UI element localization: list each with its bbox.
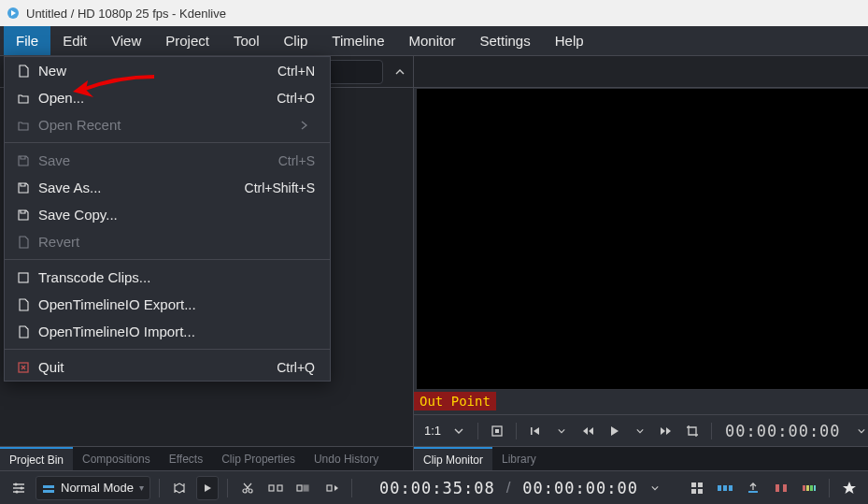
tab-library[interactable]: Library bbox=[492, 447, 546, 470]
menu-item-label: New bbox=[38, 63, 277, 79]
otio-export-icon bbox=[14, 298, 33, 311]
file-menu-revert: Revert bbox=[5, 228, 330, 255]
window-title: Untitled / HD 1080p 25 fps - Kdenlive bbox=[26, 7, 226, 21]
svg-rect-12 bbox=[277, 485, 282, 491]
forward-icon[interactable] bbox=[655, 420, 677, 442]
menu-item-label: Quit bbox=[38, 359, 277, 375]
menu-view[interactable]: View bbox=[99, 26, 153, 55]
insert-zone-icon[interactable] bbox=[264, 476, 287, 500]
svg-rect-21 bbox=[723, 485, 727, 491]
svg-rect-15 bbox=[327, 485, 332, 491]
file-menu-open[interactable]: Open...Ctrl+O bbox=[5, 84, 330, 111]
track-view-icon[interactable] bbox=[714, 476, 736, 500]
menu-item-label: Save bbox=[38, 152, 278, 168]
collapse-icon[interactable] bbox=[392, 67, 407, 77]
file-menu-open-recent: Open Recent bbox=[5, 111, 330, 138]
svg-rect-23 bbox=[748, 491, 758, 493]
set-in-icon[interactable] bbox=[486, 420, 508, 442]
settings-icon[interactable] bbox=[7, 476, 30, 500]
svg-rect-27 bbox=[806, 485, 809, 491]
project-bin-search[interactable] bbox=[327, 60, 383, 84]
file-menu-save-as[interactable]: Save As...Ctrl+Shift+S bbox=[5, 174, 330, 201]
file-menu-transcode-clips[interactable]: Transcode Clips... bbox=[5, 264, 330, 291]
play-dropdown-icon[interactable] bbox=[629, 420, 651, 442]
thumbnails-icon[interactable] bbox=[686, 476, 708, 500]
monitor-header bbox=[414, 56, 868, 88]
transcode-icon bbox=[14, 271, 33, 284]
file-menu-opentimelineio-export[interactable]: OpenTimelineIO Export... bbox=[5, 291, 330, 318]
file-menu-save-copy[interactable]: Save Copy... bbox=[5, 201, 330, 228]
menu-item-label: Open Recent bbox=[38, 117, 300, 133]
svg-rect-2 bbox=[495, 429, 499, 433]
edit-mode-combo[interactable]: Normal Mode ▾ bbox=[36, 476, 150, 500]
file-menu-dropdown: NewCtrl+NOpen...Ctrl+OOpen RecentSaveCtr… bbox=[4, 56, 331, 382]
rewind-icon[interactable] bbox=[576, 420, 599, 442]
fit-zoom-icon[interactable] bbox=[770, 476, 792, 500]
submenu-arrow-icon bbox=[300, 121, 315, 130]
timecode-dropdown-icon[interactable] bbox=[850, 420, 868, 442]
svg-rect-29 bbox=[814, 485, 816, 491]
menu-item-label: OpenTimelineIO Import... bbox=[38, 324, 315, 339]
app-window: Untitled / HD 1080p 25 fps - Kdenlive Fi… bbox=[0, 0, 868, 504]
timeline-position[interactable]: 00:00:35:08 bbox=[379, 479, 495, 497]
favorite-icon[interactable] bbox=[838, 476, 861, 500]
menu-project[interactable]: Project bbox=[153, 26, 221, 55]
overwrite-zone-icon[interactable] bbox=[292, 476, 315, 500]
file-menu-new[interactable]: NewCtrl+N bbox=[5, 57, 330, 84]
svg-rect-3 bbox=[531, 427, 533, 435]
file-menu-quit[interactable]: QuitCtrl+Q bbox=[5, 353, 330, 381]
marker-dropdown-icon[interactable] bbox=[550, 420, 573, 442]
menu-monitor[interactable]: Monitor bbox=[396, 26, 467, 55]
cut-icon[interactable] bbox=[236, 476, 259, 500]
menu-item-shortcut: Ctrl+O bbox=[277, 91, 315, 106]
timecode-dropdown-icon[interactable] bbox=[644, 476, 666, 500]
marker-colors-icon[interactable] bbox=[798, 476, 820, 500]
chevron-down-icon: ▾ bbox=[139, 482, 144, 493]
zoom-dropdown[interactable] bbox=[448, 420, 470, 442]
menu-timeline[interactable]: Timeline bbox=[320, 26, 396, 55]
svg-rect-7 bbox=[43, 485, 54, 488]
menu-file[interactable]: File bbox=[4, 26, 50, 55]
svg-rect-24 bbox=[776, 484, 779, 492]
file-menu-save: SaveCtrl+S bbox=[5, 147, 330, 174]
svg-rect-28 bbox=[810, 485, 813, 491]
out-point-badge: Out Point bbox=[414, 392, 496, 410]
timeline-toolbar: Normal Mode ▾ 00:00:35:08 / 00:00:00:00 bbox=[0, 470, 868, 504]
menu-tool[interactable]: Tool bbox=[221, 26, 272, 55]
svg-rect-11 bbox=[269, 485, 274, 491]
left-tab-strip: Project BinCompositionsEffectsClip Prope… bbox=[0, 446, 413, 470]
play-icon[interactable] bbox=[603, 420, 625, 442]
file-new-icon bbox=[14, 65, 33, 78]
tab-clip-properties[interactable]: Clip Properties bbox=[212, 447, 305, 470]
tab-project-bin[interactable]: Project Bin bbox=[0, 447, 73, 470]
tab-compositions[interactable]: Compositions bbox=[73, 447, 160, 470]
file-menu-opentimelineio-import[interactable]: OpenTimelineIO Import... bbox=[5, 318, 330, 345]
tab-clip-monitor[interactable]: Clip Monitor bbox=[414, 447, 492, 470]
go-start-icon[interactable] bbox=[524, 420, 547, 442]
svg-rect-17 bbox=[698, 482, 703, 487]
align-top-icon[interactable] bbox=[742, 476, 764, 500]
monitor-canvas[interactable] bbox=[416, 88, 868, 390]
save-icon bbox=[14, 154, 33, 167]
tab-undo-history[interactable]: Undo History bbox=[305, 447, 388, 470]
revert-icon bbox=[14, 236, 33, 249]
spacer-tool-icon[interactable] bbox=[168, 476, 191, 500]
menu-settings[interactable]: Settings bbox=[468, 26, 543, 55]
play-timeline-icon[interactable] bbox=[196, 476, 219, 500]
tab-effects[interactable]: Effects bbox=[160, 447, 212, 470]
svg-rect-26 bbox=[803, 485, 805, 491]
menu-item-shortcut: Ctrl+S bbox=[278, 153, 315, 168]
zoom-label[interactable]: 1:1 bbox=[421, 420, 444, 442]
crop-icon[interactable] bbox=[681, 420, 704, 442]
menubar: FileEditViewProjectToolClipTimelineMonit… bbox=[0, 26, 868, 56]
menu-clip[interactable]: Clip bbox=[272, 26, 320, 55]
svg-point-4 bbox=[14, 482, 17, 485]
menu-edit[interactable]: Edit bbox=[50, 26, 99, 55]
monitor-controls: 1:1 00:00:00:00 bbox=[414, 414, 868, 446]
menu-help[interactable]: Help bbox=[543, 26, 596, 55]
otio-import-icon bbox=[14, 325, 33, 338]
extract-zone-icon[interactable] bbox=[320, 476, 343, 500]
file-open-icon bbox=[14, 92, 33, 105]
svg-rect-16 bbox=[691, 482, 696, 487]
monitor-timecode[interactable]: 00:00:00:00 bbox=[725, 422, 841, 440]
